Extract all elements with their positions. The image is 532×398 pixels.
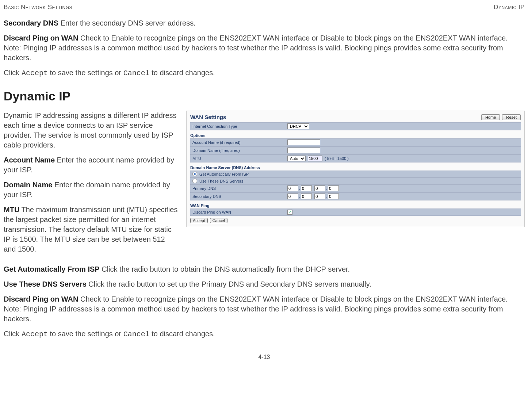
account-name-input[interactable] [287, 139, 320, 145]
row-mtu: MTU Auto ( 576 - 1500 ) [190, 154, 521, 162]
options-heading: Options [190, 130, 521, 138]
row-discard-ping: Discard Ping on WAN ✓ [190, 208, 521, 216]
code-cancel-2: Cancel [123, 330, 150, 338]
row-domain-name: Domain Name (if required) [190, 146, 521, 154]
primary-dns-input-group[interactable]: . . . [287, 185, 518, 191]
paragraph-click-accept-1: Click Accept to save the settings or Can… [4, 68, 525, 78]
row-get-auto[interactable]: Get Automatically From ISP [190, 171, 521, 177]
text-secondary-dns: Enter the secondary DNS server address. [58, 19, 196, 27]
wan-ping-heading: WAN Ping [190, 200, 521, 208]
secondary-dns-input-group[interactable]: . . . [287, 194, 518, 199]
row-use-these[interactable]: Use These DNS Servers [190, 177, 521, 184]
row-connection-type: Internet Connection Type DHCP [190, 122, 521, 130]
screenshot-title: WAN Settings [190, 114, 226, 120]
accept-button[interactable]: Accept [190, 218, 208, 223]
label-get-auto: Get Automatically From ISP [4, 265, 100, 273]
radio-get-auto[interactable] [192, 172, 197, 176]
connection-type-select[interactable]: DHCP [287, 123, 309, 129]
cancel-button[interactable]: Cancel [210, 218, 227, 223]
paragraph-domain-name: Domain Name Enter the domain name provid… [4, 180, 179, 200]
heading-dynamic-ip: Dynamic IP [4, 89, 525, 103]
paragraph-discard-ping-1: Discard Ping on WAN Check to Enable to r… [4, 33, 525, 63]
page-number: 4-13 [4, 354, 525, 360]
label-domain-name: Domain Name [4, 181, 52, 189]
label-secondary-dns: Secondary DNS [4, 19, 58, 27]
discard-ping-checkbox[interactable]: ✓ [287, 210, 292, 215]
reset-button[interactable]: Reset [502, 114, 521, 120]
code-accept-2: Accept [22, 330, 48, 338]
paragraph-click-accept-2: Click Accept to save the settings or Can… [4, 329, 525, 339]
code-accept-1: Accept [22, 69, 48, 77]
label-discard-ping-2: Discard Ping on WAN [4, 295, 78, 303]
label-discard-ping-1: Discard Ping on WAN [4, 34, 78, 42]
screenshot-wan-settings: WAN Settings Home Reset Internet Connect… [186, 111, 525, 227]
paragraph-get-auto: Get Automatically From ISP Click the rad… [4, 264, 525, 274]
row-secondary-dns: Secondary DNS . . . [190, 192, 521, 200]
header-left: Basic Network Settings [4, 4, 72, 11]
home-button[interactable]: Home [481, 114, 500, 120]
header-right: Dynamic IP [494, 4, 525, 11]
domain-name-input[interactable] [287, 148, 320, 153]
code-cancel-1: Cancel [123, 69, 150, 77]
label-mtu: MTU [4, 206, 19, 214]
paragraph-account-name: Account Name Enter the account name prov… [4, 155, 179, 175]
row-primary-dns: Primary DNS . . . [190, 184, 521, 192]
dns-heading: Domain Name Server (DNS) Address [190, 162, 521, 171]
paragraph-discard-ping-2: Discard Ping on WAN Check to Enable to r… [4, 294, 525, 324]
row-account-name: Account Name (if required) [190, 138, 521, 146]
label-account-name: Account Name [4, 156, 55, 164]
mtu-value-input[interactable] [308, 156, 322, 161]
text-discard-ping-1: Check to Enable to recognize pings on th… [4, 34, 508, 62]
page-running-header: Basic Network Settings Dynamic IP [4, 4, 525, 11]
mtu-mode-select[interactable]: Auto [287, 156, 306, 161]
paragraph-use-dns: Use These DNS Servers Click the radio bu… [4, 279, 525, 289]
label-use-dns: Use These DNS Servers [4, 280, 87, 288]
radio-use-these[interactable] [192, 179, 197, 183]
paragraph-dynip-intro: Dynamic IP addressing assigns a differen… [4, 111, 179, 150]
paragraph-mtu: MTU The maximum transmission unit (MTU) … [4, 205, 179, 254]
paragraph-secondary-dns: Secondary DNS Enter the secondary DNS se… [4, 18, 525, 28]
